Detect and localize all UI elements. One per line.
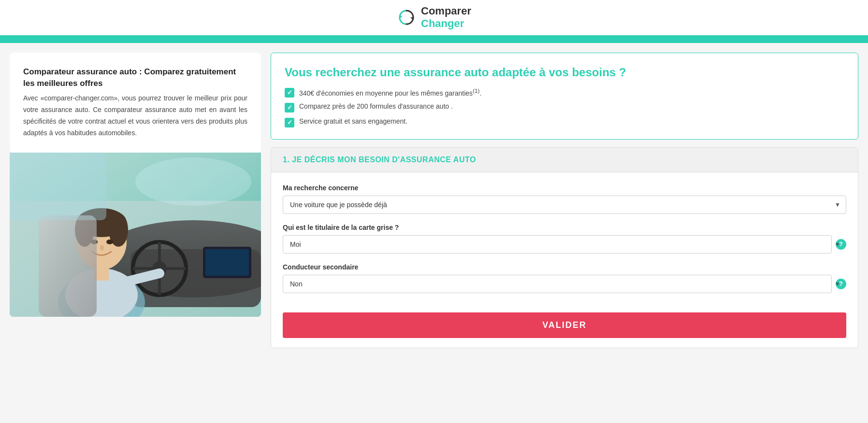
info-item-1-rest: en moyenne pour les mêmes garanties(1). [356, 89, 481, 97]
form-group-recherche: Ma recherche concerne Une voiture que je… [283, 184, 846, 214]
help-icon-conducteur[interactable]: ? [836, 279, 846, 289]
info-box: Vous recherchez une assurance auto adapt… [271, 53, 858, 140]
svg-rect-13 [205, 249, 249, 276]
info-item-2-suffix: . [451, 102, 453, 110]
form-box: 1. JE DÉCRIS MON BESOIN D'ASSURANCE AUTO… [271, 147, 858, 348]
valider-button[interactable]: VALIDER [283, 312, 846, 338]
label-titulaire: Qui est le titulaire de la carte grise ? [283, 224, 846, 231]
right-panel: Vous recherchez une assurance auto adapt… [271, 53, 858, 348]
select-wrapper-titulaire: Moi Mon conjoint Une société ▼ ? [283, 235, 846, 254]
check-icon-2 [285, 103, 294, 113]
info-item-3-rest: et sans engagement. [344, 117, 407, 125]
main-content: Comparateur assurance auto : Comparez gr… [0, 43, 868, 358]
check-icon-3 [285, 118, 294, 127]
logo-comparer: Comparer [421, 5, 471, 17]
check-icon-1 [285, 88, 294, 98]
left-title: Comparateur assurance auto : Comparez gr… [23, 66, 247, 89]
form-group-titulaire: Qui est le titulaire de la carte grise ?… [283, 224, 846, 254]
info-item-1: 340€ d'économies en moyenne pour les mêm… [285, 87, 844, 98]
select-titulaire[interactable]: Moi Mon conjoint Une société [283, 235, 832, 254]
info-item-3-highlight: Service gratuit [299, 117, 342, 125]
form-header: 1. JE DÉCRIS MON BESOIN D'ASSURANCE AUTO [271, 148, 858, 172]
form-body: Ma recherche concerne Une voiture que je… [271, 172, 858, 312]
header: Comparer Changer [0, 0, 868, 37]
info-item-3: Service gratuit et sans engagement. [285, 117, 844, 127]
info-item-2-prefix: Comparez [299, 102, 332, 110]
info-items: 340€ d'économies en moyenne pour les mêm… [285, 87, 844, 127]
green-bar [0, 37, 868, 43]
left-panel: Comparateur assurance auto : Comparez gr… [10, 53, 261, 348]
form-group-conducteur: Conducteur secondaire Non Oui ▼ ? [283, 263, 846, 293]
info-item-2: Comparez près de 200 formules d'assuranc… [285, 102, 844, 113]
info-item-2-text: Comparez près de 200 formules d'assuranc… [299, 102, 453, 110]
svg-point-21 [106, 240, 113, 244]
logo-changer: Changer [421, 17, 471, 30]
left-image [10, 153, 261, 317]
select-recherche[interactable]: Une voiture que je possède déjà Une voit… [283, 196, 846, 214]
info-item-1-highlight: 340€ d'économies [299, 89, 354, 97]
svg-rect-24 [39, 215, 97, 317]
svg-point-26 [135, 157, 251, 206]
info-item-3-text: Service gratuit et sans engagement. [299, 117, 407, 125]
form-section-title: 1. JE DÉCRIS MON BESOIN D'ASSURANCE AUTO [283, 155, 846, 164]
info-item-2-highlight: près de 200 formules d'assurance auto [332, 102, 449, 110]
label-conducteur: Conducteur secondaire [283, 263, 846, 271]
select-wrapper-recherche: Une voiture que je possède déjà Une voit… [283, 196, 846, 214]
select-wrapper-conducteur: Non Oui ▼ ? [283, 275, 846, 293]
info-item-1-text: 340€ d'économies en moyenne pour les mêm… [299, 87, 481, 97]
logo-text: Comparer Changer [421, 5, 471, 30]
logo-icon [397, 8, 416, 27]
label-recherche: Ma recherche concerne [283, 184, 846, 192]
left-text-box: Comparateur assurance auto : Comparez gr… [10, 53, 261, 153]
svg-rect-25 [10, 153, 106, 220]
logo: Comparer Changer [397, 5, 471, 30]
help-icon-titulaire[interactable]: ? [836, 239, 846, 250]
select-conducteur[interactable]: Non Oui [283, 275, 832, 293]
svg-point-22 [100, 245, 104, 251]
info-box-title: Vous recherchez une assurance auto adapt… [285, 65, 844, 80]
left-description: Avec «comparer-changer.com», vous pourre… [23, 93, 247, 139]
